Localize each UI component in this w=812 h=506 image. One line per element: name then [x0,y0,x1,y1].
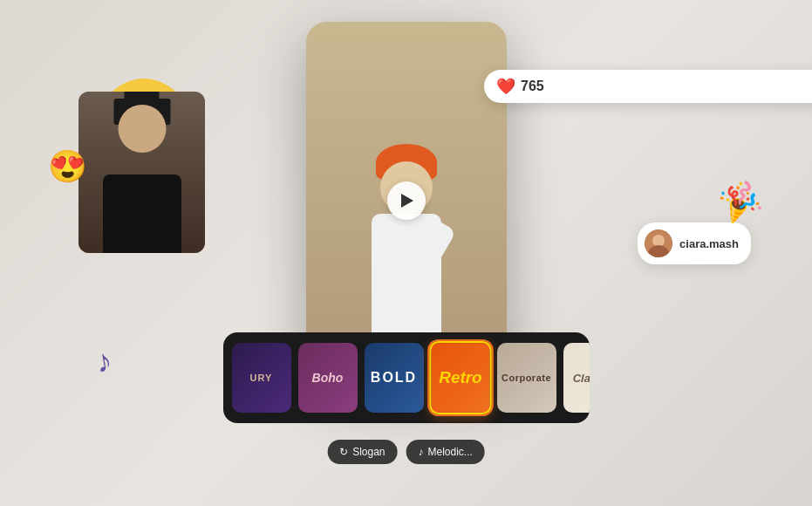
melodic-label: Melodic... [428,446,473,458]
phone-container [306,22,507,380]
style-card-bold[interactable]: BOLD [365,343,424,413]
play-button[interactable] [387,181,426,220]
refresh-icon: ↻ [339,446,348,458]
style-card-boho[interactable]: Boho [298,343,358,413]
heart-icon: ❤️ [496,77,515,96]
user-photo-person [78,92,205,253]
bottom-controls: ↻ Slogan ♪ Melodic... [327,440,485,464]
like-count: 765 [521,79,544,94]
melodic-button[interactable]: ♪ Melodic... [406,440,485,464]
notification-avatar [645,229,672,257]
phone-video [306,22,507,380]
style-card-classic[interactable]: Classic [563,343,590,413]
avatar-image [645,229,672,257]
music-icon: ♪ [419,446,424,458]
notification-username: ciara.mash [679,237,739,250]
heart-eyes-emoji: 😍 [48,148,87,185]
person-head [118,105,166,153]
style-card-luxury[interactable]: URY [232,343,291,413]
svg-point-1 [652,235,665,247]
style-card-retro[interactable]: Retro [429,341,491,414]
style-card-corporate[interactable]: Corporate [497,343,556,413]
user-photo [78,92,205,253]
like-counter: ❤️ 765 [484,70,812,103]
style-strip[interactable]: URY Boho BOLD Retro Corporate Classic SP [223,332,590,423]
slogan-label: Slogan [352,446,385,458]
user-card [70,70,227,253]
person-body [103,174,181,253]
slogan-button[interactable]: ↻ Slogan [327,440,397,464]
user-notification: ciara.mash [638,222,751,264]
play-icon [401,194,413,208]
